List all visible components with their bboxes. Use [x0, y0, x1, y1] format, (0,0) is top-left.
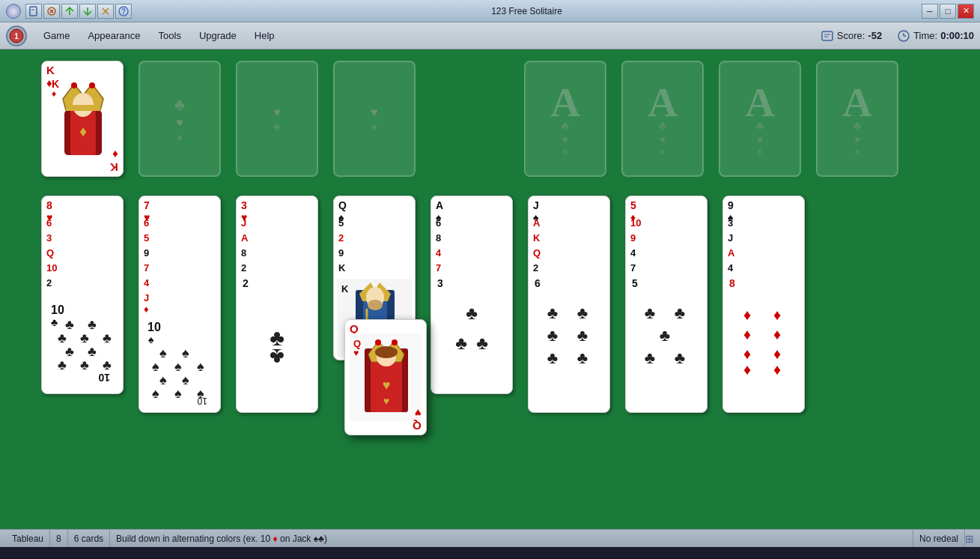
- new-button[interactable]: [25, 4, 42, 19]
- svg-text:10: 10: [98, 372, 110, 384]
- window-controls: ─ □ ✕: [922, 4, 974, 19]
- svg-text:♠: ♠: [197, 359, 204, 374]
- tableau-col-2: 7♥ 6 5 9 7 4 J♦ 10 ♠ ♠ ♠ ♠ ♠ ♠ ♠ ♠ ♠: [139, 196, 221, 413]
- tableau-card[interactable]: J♠ A K Q 2 6 ♣ ♣ ♣ ♣ ♣ ♣: [528, 196, 610, 413]
- tableau-col-6: J♠ A K Q 2 6 ♣ ♣ ♣ ♣ ♣ ♣: [528, 196, 610, 413]
- svg-text:♠: ♠: [159, 372, 167, 387]
- menu-appearance[interactable]: Appearance: [80, 27, 147, 44]
- svg-point-70: [375, 346, 398, 358]
- toolbar-btn2[interactable]: [43, 4, 60, 19]
- col-count-segment: 8: [50, 530, 68, 547]
- svg-text:♥: ♥: [383, 395, 389, 407]
- titlebar-icon: [6, 4, 21, 19]
- tableau-card[interactable]: 7♥ 6 5 9 7 4 J♦ 10 ♠ ♠ ♠ ♠ ♠ ♠ ♠ ♠ ♠: [139, 196, 221, 413]
- svg-point-14: [71, 82, 77, 88]
- svg-rect-0: [30, 7, 37, 16]
- svg-text:?: ?: [121, 7, 126, 16]
- col-count: 8: [56, 534, 61, 544]
- foundation-4[interactable]: A ♣ ♥ ♠: [816, 61, 898, 177]
- tableau-card[interactable]: 9♠ 3 J A 4 8 ♦ ♦ ♦ ♦ ♦ ♦ ♦ ♦: [722, 196, 805, 413]
- tableau-card[interactable]: 3♥ J A 8 2 2 ♣ ♣: [236, 196, 318, 413]
- foundation-2[interactable]: A ♣ ♥ ♠: [621, 61, 704, 177]
- svg-text:♦: ♦: [743, 326, 750, 342]
- minimize-button[interactable]: ─: [922, 4, 938, 19]
- svg-text:♠: ♠: [152, 359, 159, 374]
- stock-pile-4[interactable]: ♥ ♠: [333, 61, 416, 177]
- stock-pile-1[interactable]: K♦ ♦: [41, 61, 124, 177]
- grid-icon[interactable]: ⊞: [965, 533, 974, 545]
- svg-text:♣: ♣: [58, 330, 67, 345]
- title-bar: ? 123 Free Solitaire ─ □ ✕: [0, 0, 980, 22]
- toolbar-help[interactable]: ?: [115, 4, 132, 19]
- rule-segment: Build down in alternating colors (ex. 10…: [110, 530, 913, 547]
- svg-text:♦: ♦: [52, 88, 56, 99]
- status-bar: Tableau 8 6 cards Build down in alternat…: [0, 529, 980, 547]
- svg-point-66: [375, 339, 381, 345]
- clock-icon: [897, 29, 910, 43]
- svg-text:♠: ♠: [182, 345, 189, 360]
- close-button[interactable]: ✕: [958, 4, 974, 19]
- game-type-segment: Tableau: [6, 530, 50, 547]
- svg-rect-20: [66, 105, 100, 111]
- svg-text:♣: ♣: [547, 303, 557, 322]
- redeal-text: No redeal: [919, 534, 958, 544]
- svg-text:10: 10: [51, 303, 64, 316]
- redeal-segment: No redeal: [913, 530, 965, 547]
- toolbar-btn5[interactable]: [97, 4, 114, 19]
- score-value: -52: [868, 30, 882, 41]
- svg-text:♣: ♣: [80, 357, 89, 372]
- foundation-3[interactable]: A ♣ ♥ ♠: [719, 61, 801, 177]
- menu-help[interactable]: Help: [247, 27, 282, 44]
- svg-text:K: K: [341, 283, 349, 294]
- svg-text:♣: ♣: [103, 330, 112, 345]
- tableau-card[interactable]: 8♥ 6 3 Q 10 2 10 ♣ ♣ ♣ ♣ ♣ ♣ ♣ ♣ ♣: [41, 196, 124, 394]
- svg-text:♣: ♣: [65, 317, 74, 332]
- svg-text:♠: ♠: [174, 386, 182, 401]
- toolbar-btn3[interactable]: [61, 4, 78, 19]
- time-label: Time:: [913, 30, 937, 41]
- tableau-col-8: 9♠ 3 J A 4 8 ♦ ♦ ♦ ♦ ♦ ♦ ♦ ♦: [722, 196, 805, 413]
- maximize-button[interactable]: □: [940, 4, 956, 19]
- svg-text:♣: ♣: [547, 326, 557, 345]
- svg-text:♥: ♥: [383, 378, 391, 393]
- score-icon: [821, 29, 834, 43]
- app-logo: 1: [6, 25, 27, 46]
- svg-text:♣: ♣: [476, 333, 488, 353]
- svg-text:♣: ♣: [88, 344, 97, 359]
- queen-rank-bot: Q♥: [413, 407, 421, 432]
- tableau-card[interactable]: A♠ 6 8 4 7 3 ♣ ♣ ♣: [430, 196, 513, 394]
- svg-text:♣: ♣: [455, 333, 467, 353]
- svg-text:♠: ♠: [182, 372, 189, 387]
- svg-text:10: 10: [197, 396, 207, 406]
- svg-text:1: 1: [14, 32, 19, 40]
- svg-text:♣: ♣: [65, 344, 74, 359]
- dragged-card-queen[interactable]: Q♥ ♥ ♥: [344, 319, 427, 435]
- tableau-card[interactable]: 5♦ 10 9 4 7 5 ♣ ♣ ♣ ♣ ♣: [625, 196, 707, 413]
- score-area: Score: -52 Time: 0:00:10: [821, 29, 974, 43]
- svg-text:♣: ♣: [674, 348, 684, 367]
- svg-text:♣: ♣: [270, 345, 284, 369]
- menu-tools[interactable]: Tools: [151, 27, 189, 44]
- tableau-col-7: 5♦ 10 9 4 7 5 ♣ ♣ ♣ ♣ ♣: [625, 196, 707, 413]
- tableau-col-3: 3♥ J A 8 2 2 ♣ ♣: [236, 196, 318, 413]
- menu-bar: 1 Game Appearance Tools Upgrade Help Sco…: [0, 22, 980, 49]
- svg-text:♣: ♣: [576, 326, 587, 345]
- toolbar-btn4[interactable]: [79, 4, 96, 19]
- svg-text:♦: ♦: [773, 361, 780, 375]
- svg-text:♣: ♣: [576, 348, 587, 367]
- foundation-1[interactable]: A ♣ ♥ ♠: [524, 61, 606, 177]
- game-area[interactable]: K♦ ♦: [0, 49, 980, 529]
- stock-pile-3[interactable]: ♥ ♣: [236, 61, 318, 177]
- stock-pile-2[interactable]: ♣ ♥ ♠: [139, 61, 221, 177]
- svg-text:♣: ♣: [103, 357, 112, 372]
- card-rank-bot: K♦: [110, 148, 118, 173]
- svg-text:♦: ♦: [773, 326, 780, 342]
- svg-text:♥: ♥: [353, 348, 359, 358]
- score-label: Score:: [837, 30, 865, 41]
- menu-upgrade[interactable]: Upgrade: [192, 27, 244, 44]
- svg-text:♦: ♦: [743, 306, 750, 323]
- svg-text:♠: ♠: [159, 345, 167, 360]
- svg-text:♦: ♦: [773, 345, 780, 362]
- svg-text:♣: ♣: [547, 348, 557, 367]
- menu-game[interactable]: Game: [36, 27, 77, 44]
